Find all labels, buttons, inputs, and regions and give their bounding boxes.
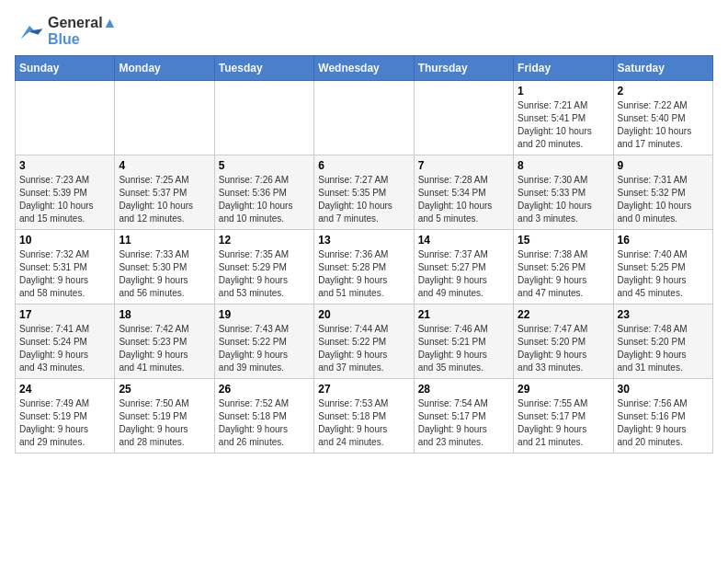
calendar-cell: 7Sunrise: 7:28 AM Sunset: 5:34 PM Daylig… bbox=[414, 155, 513, 230]
day-number: 22 bbox=[518, 308, 609, 321]
calendar-cell: 21Sunrise: 7:46 AM Sunset: 5:21 PM Dayli… bbox=[414, 304, 513, 379]
day-info: Sunrise: 7:44 AM Sunset: 5:22 PM Dayligh… bbox=[318, 323, 409, 374]
calendar-cell: 15Sunrise: 7:38 AM Sunset: 5:26 PM Dayli… bbox=[514, 230, 613, 304]
weekday-thursday: Thursday bbox=[414, 56, 513, 81]
calendar-week-3: 10Sunrise: 7:32 AM Sunset: 5:31 PM Dayli… bbox=[16, 230, 713, 304]
logo-bird-icon bbox=[15, 18, 44, 44]
calendar-cell: 14Sunrise: 7:37 AM Sunset: 5:27 PM Dayli… bbox=[414, 230, 513, 304]
day-number: 24 bbox=[19, 383, 110, 396]
calendar-cell: 30Sunrise: 7:56 AM Sunset: 5:16 PM Dayli… bbox=[613, 379, 712, 454]
calendar-cell: 17Sunrise: 7:41 AM Sunset: 5:24 PM Dayli… bbox=[16, 304, 115, 379]
day-info: Sunrise: 7:49 AM Sunset: 5:19 PM Dayligh… bbox=[19, 397, 110, 449]
day-number: 13 bbox=[318, 234, 409, 247]
day-number: 19 bbox=[219, 308, 310, 321]
day-number: 28 bbox=[418, 383, 509, 396]
calendar-cell: 26Sunrise: 7:52 AM Sunset: 5:18 PM Dayli… bbox=[214, 379, 313, 454]
day-info: Sunrise: 7:53 AM Sunset: 5:18 PM Dayligh… bbox=[318, 397, 409, 449]
calendar-cell: 8Sunrise: 7:30 AM Sunset: 5:33 PM Daylig… bbox=[514, 155, 613, 230]
day-number: 27 bbox=[318, 383, 409, 396]
day-info: Sunrise: 7:48 AM Sunset: 5:20 PM Dayligh… bbox=[618, 323, 709, 374]
day-number: 1 bbox=[518, 85, 609, 98]
calendar-cell: 12Sunrise: 7:35 AM Sunset: 5:29 PM Dayli… bbox=[214, 230, 313, 304]
calendar-cell: 10Sunrise: 7:32 AM Sunset: 5:31 PM Dayli… bbox=[16, 230, 115, 304]
day-number: 16 bbox=[618, 234, 709, 247]
weekday-header-row: SundayMondayTuesdayWednesdayThursdayFrid… bbox=[16, 56, 713, 81]
day-info: Sunrise: 7:27 AM Sunset: 5:35 PM Dayligh… bbox=[318, 174, 409, 225]
calendar-cell bbox=[214, 81, 313, 155]
calendar-cell: 16Sunrise: 7:40 AM Sunset: 5:25 PM Dayli… bbox=[613, 230, 712, 304]
day-number: 11 bbox=[119, 234, 210, 247]
day-info: Sunrise: 7:37 AM Sunset: 5:27 PM Dayligh… bbox=[418, 248, 509, 300]
day-number: 4 bbox=[119, 159, 210, 172]
day-info: Sunrise: 7:42 AM Sunset: 5:23 PM Dayligh… bbox=[119, 323, 210, 374]
calendar-cell: 11Sunrise: 7:33 AM Sunset: 5:30 PM Dayli… bbox=[115, 230, 214, 304]
day-info: Sunrise: 7:54 AM Sunset: 5:17 PM Dayligh… bbox=[418, 397, 509, 449]
calendar-cell: 6Sunrise: 7:27 AM Sunset: 5:35 PM Daylig… bbox=[314, 155, 414, 230]
day-number: 6 bbox=[318, 159, 409, 172]
calendar-cell: 5Sunrise: 7:26 AM Sunset: 5:36 PM Daylig… bbox=[214, 155, 313, 230]
day-info: Sunrise: 7:21 AM Sunset: 5:41 PM Dayligh… bbox=[518, 99, 609, 151]
weekday-tuesday: Tuesday bbox=[214, 56, 313, 81]
day-number: 25 bbox=[119, 383, 210, 396]
day-number: 5 bbox=[219, 159, 310, 172]
calendar-cell: 3Sunrise: 7:23 AM Sunset: 5:39 PM Daylig… bbox=[16, 155, 115, 230]
day-info: Sunrise: 7:36 AM Sunset: 5:28 PM Dayligh… bbox=[318, 248, 409, 300]
calendar-cell bbox=[414, 81, 513, 155]
calendar-cell: 1Sunrise: 7:21 AM Sunset: 5:41 PM Daylig… bbox=[514, 81, 613, 155]
calendar-week-4: 17Sunrise: 7:41 AM Sunset: 5:24 PM Dayli… bbox=[16, 304, 713, 379]
weekday-sunday: Sunday bbox=[16, 56, 115, 81]
logo: General▲ Blue bbox=[15, 15, 117, 48]
day-number: 17 bbox=[19, 308, 110, 321]
day-number: 8 bbox=[518, 159, 609, 172]
day-number: 21 bbox=[418, 308, 509, 321]
day-number: 7 bbox=[418, 159, 509, 172]
day-number: 23 bbox=[618, 308, 709, 321]
day-number: 29 bbox=[518, 383, 609, 396]
day-number: 10 bbox=[19, 234, 110, 247]
day-number: 15 bbox=[518, 234, 609, 247]
calendar-cell: 20Sunrise: 7:44 AM Sunset: 5:22 PM Dayli… bbox=[314, 304, 414, 379]
day-info: Sunrise: 7:30 AM Sunset: 5:33 PM Dayligh… bbox=[518, 174, 609, 225]
calendar-cell: 28Sunrise: 7:54 AM Sunset: 5:17 PM Dayli… bbox=[414, 379, 513, 454]
calendar-cell: 24Sunrise: 7:49 AM Sunset: 5:19 PM Dayli… bbox=[16, 379, 115, 454]
calendar-table: SundayMondayTuesdayWednesdayThursdayFrid… bbox=[15, 55, 713, 454]
weekday-monday: Monday bbox=[115, 56, 214, 81]
day-info: Sunrise: 7:43 AM Sunset: 5:22 PM Dayligh… bbox=[219, 323, 310, 374]
day-info: Sunrise: 7:46 AM Sunset: 5:21 PM Dayligh… bbox=[418, 323, 509, 374]
day-info: Sunrise: 7:25 AM Sunset: 5:37 PM Dayligh… bbox=[119, 174, 210, 225]
day-info: Sunrise: 7:41 AM Sunset: 5:24 PM Dayligh… bbox=[19, 323, 110, 374]
day-info: Sunrise: 7:40 AM Sunset: 5:25 PM Dayligh… bbox=[618, 248, 709, 300]
weekday-friday: Friday bbox=[514, 56, 613, 81]
calendar-cell: 27Sunrise: 7:53 AM Sunset: 5:18 PM Dayli… bbox=[314, 379, 414, 454]
day-number: 12 bbox=[219, 234, 310, 247]
day-number: 14 bbox=[418, 234, 509, 247]
weekday-saturday: Saturday bbox=[613, 56, 712, 81]
day-number: 2 bbox=[618, 85, 709, 98]
logo-text: General▲ Blue bbox=[48, 15, 117, 48]
weekday-wednesday: Wednesday bbox=[314, 56, 414, 81]
calendar-cell bbox=[314, 81, 414, 155]
calendar-cell: 22Sunrise: 7:47 AM Sunset: 5:20 PM Dayli… bbox=[514, 304, 613, 379]
calendar-cell: 9Sunrise: 7:31 AM Sunset: 5:32 PM Daylig… bbox=[613, 155, 712, 230]
day-info: Sunrise: 7:31 AM Sunset: 5:32 PM Dayligh… bbox=[618, 174, 709, 225]
calendar-cell: 25Sunrise: 7:50 AM Sunset: 5:19 PM Dayli… bbox=[115, 379, 214, 454]
calendar-cell: 13Sunrise: 7:36 AM Sunset: 5:28 PM Dayli… bbox=[314, 230, 414, 304]
day-number: 20 bbox=[318, 308, 409, 321]
calendar-cell bbox=[115, 81, 214, 155]
day-info: Sunrise: 7:22 AM Sunset: 5:40 PM Dayligh… bbox=[618, 99, 709, 151]
day-info: Sunrise: 7:55 AM Sunset: 5:17 PM Dayligh… bbox=[518, 397, 609, 449]
day-info: Sunrise: 7:32 AM Sunset: 5:31 PM Dayligh… bbox=[19, 248, 110, 300]
calendar-cell: 23Sunrise: 7:48 AM Sunset: 5:20 PM Dayli… bbox=[613, 304, 712, 379]
calendar-week-1: 1Sunrise: 7:21 AM Sunset: 5:41 PM Daylig… bbox=[16, 81, 713, 155]
calendar-header: SundayMondayTuesdayWednesdayThursdayFrid… bbox=[16, 56, 713, 81]
day-info: Sunrise: 7:38 AM Sunset: 5:26 PM Dayligh… bbox=[518, 248, 609, 300]
day-info: Sunrise: 7:56 AM Sunset: 5:16 PM Dayligh… bbox=[618, 397, 709, 449]
calendar-cell: 29Sunrise: 7:55 AM Sunset: 5:17 PM Dayli… bbox=[514, 379, 613, 454]
calendar-cell bbox=[16, 81, 115, 155]
day-info: Sunrise: 7:52 AM Sunset: 5:18 PM Dayligh… bbox=[219, 397, 310, 449]
calendar-cell: 4Sunrise: 7:25 AM Sunset: 5:37 PM Daylig… bbox=[115, 155, 214, 230]
day-info: Sunrise: 7:26 AM Sunset: 5:36 PM Dayligh… bbox=[219, 174, 310, 225]
calendar-week-2: 3Sunrise: 7:23 AM Sunset: 5:39 PM Daylig… bbox=[16, 155, 713, 230]
page-header: General▲ Blue bbox=[15, 15, 713, 48]
calendar-week-5: 24Sunrise: 7:49 AM Sunset: 5:19 PM Dayli… bbox=[16, 379, 713, 454]
